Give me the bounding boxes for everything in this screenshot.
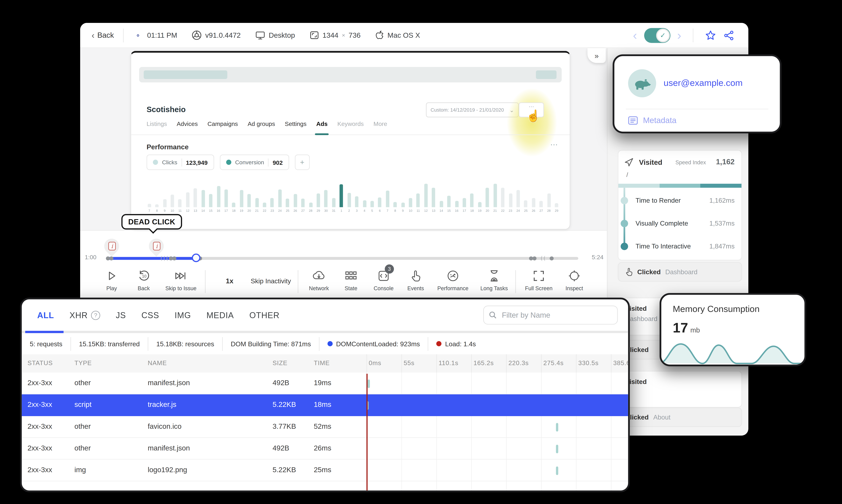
speed-button[interactable]: 1x [211, 277, 248, 285]
search-icon [489, 311, 497, 319]
player-topbar: ‹ Back 01:11 PM v91.0.4472 Desktop 1344 … [80, 23, 748, 48]
inspect-button[interactable]: Inspect [556, 269, 593, 291]
cell-size: 492B [272, 444, 289, 452]
cell-type: other [74, 422, 91, 430]
network-tab-other[interactable]: OTHER [249, 310, 280, 320]
playhead-handle[interactable] [192, 253, 200, 262]
chart-bar [340, 184, 343, 207]
site-tab-campaigns[interactable]: Campaigns [208, 120, 238, 127]
play-button[interactable]: Play [93, 269, 130, 291]
timeline-event-dot[interactable] [109, 256, 113, 260]
chart-x-label: 31 [332, 209, 336, 213]
visited-event-card[interactable]: Visited Speed Index 1,162 / Time to Rend… [618, 150, 742, 260]
table-row[interactable]: 2xx-3xxothermanifest.json492B19ms [22, 373, 628, 394]
share-button[interactable] [723, 30, 735, 41]
timeline-track[interactable] [106, 257, 578, 260]
skip-inactivity-button[interactable]: Skip Inactivity [245, 277, 297, 285]
chart-bar [309, 202, 312, 207]
metric-chip-conversion[interactable]: Conversion902 [220, 155, 289, 170]
chart-bar-slot: 11 [414, 175, 422, 213]
filter-input[interactable] [501, 310, 612, 320]
clicked-event-card[interactable]: ClickedDashboard [618, 262, 742, 282]
chart-x-label: 15 [447, 209, 451, 213]
site-tab-ad-groups[interactable]: Ad groups [248, 120, 275, 127]
long-tasks-button[interactable]: Long Tasks [476, 269, 513, 291]
events-button[interactable]: Events [397, 269, 434, 291]
network-tab-all[interactable]: ALL [37, 310, 54, 320]
dead-click-tooltip: DEAD CLICK [121, 214, 182, 230]
performance-button[interactable]: Performance [435, 269, 471, 291]
chart-x-label: 21 [255, 209, 259, 213]
console-button[interactable]: 3Console [365, 269, 402, 291]
network-tab-css[interactable]: CSS [141, 310, 159, 320]
network-tab-label: IMG [175, 310, 191, 320]
metric-value: 123,949 [186, 159, 208, 166]
column-header-status[interactable]: STATUS [28, 359, 53, 366]
network-button[interactable]: Network [301, 269, 337, 291]
network-tab-img[interactable]: IMG [175, 310, 191, 320]
chart-bar [486, 188, 489, 207]
waterfall-tick [366, 401, 369, 410]
autoplay-toggle[interactable]: ✓ [644, 28, 670, 42]
back-button[interactable]: ‹ Back [92, 30, 114, 40]
user-email[interactable]: user@example.com [664, 78, 742, 88]
network-tab-xhr[interactable]: XHR? [70, 310, 100, 320]
cell-time: 19ms [314, 379, 331, 387]
chart-x-label: 6 [379, 209, 381, 213]
state-button[interactable]: State [333, 269, 369, 291]
network-tab-media[interactable]: MEDIA [207, 310, 234, 320]
site-tab-keywords[interactable]: Keywords [337, 120, 364, 127]
timeline-echo-mark [164, 256, 166, 261]
performance-menu-icon[interactable]: ⋯ [550, 140, 558, 149]
column-header-name[interactable]: NAME [148, 359, 167, 366]
metadata-label: Metadata [643, 116, 676, 125]
table-row[interactable]: 2xx-3xximglogo192.png5.22KB25ms [22, 460, 628, 481]
skip-to-issue-button[interactable]: Skip to Issue [163, 269, 199, 291]
site-tab-listings[interactable]: Listings [146, 120, 167, 127]
full-screen-button[interactable]: Full Screen [521, 269, 557, 291]
site-tab-settings[interactable]: Settings [285, 120, 306, 127]
stat-item: DOMContentLoaded: 923ms [320, 337, 428, 350]
timeline-event-dot[interactable] [533, 256, 537, 260]
chart-x-label: 14 [440, 209, 443, 213]
stat-text: DOM Building Time: 871ms [231, 340, 311, 347]
clicked-event-card[interactable]: ClickedAbout [618, 408, 742, 427]
chart-bar [393, 202, 397, 207]
prev-session-button[interactable]: ‹ [633, 29, 637, 41]
add-metric-button[interactable]: + [295, 155, 309, 170]
network-tab-js[interactable]: JS [116, 310, 126, 320]
chart-bar [209, 194, 212, 207]
speed-metric-row: Visually Complete1,537ms [619, 219, 741, 227]
chart-x-label: 12 [424, 209, 428, 213]
next-session-button[interactable]: › [677, 29, 681, 41]
timeline-event-dot[interactable] [550, 256, 554, 260]
date-range-select[interactable]: Custom: 14/12/2019 - 21/01/2020 ⌄ [426, 103, 519, 117]
metadata-button[interactable]: Metadata [628, 116, 677, 125]
visited-event-card[interactable]: Visited [618, 371, 742, 408]
column-header-size[interactable]: SIZE [272, 359, 287, 366]
site-tab-ads[interactable]: Ads [316, 120, 327, 127]
chart-x-label: 16 [217, 209, 220, 213]
chart-bar-slot: 26 [530, 175, 537, 213]
table-header: STATUSTYPENAMESIZETIME0ms55s110.1s165.2s… [22, 354, 628, 373]
table-row[interactable]: 2xx-3xxotherfavicon.ico3.77KB52ms [22, 416, 628, 438]
column-header-time[interactable]: TIME [314, 359, 330, 366]
chart-x-label: 26 [293, 209, 297, 213]
help-icon[interactable]: ? [91, 310, 100, 320]
site-tab-advices[interactable]: Advices [177, 120, 198, 127]
favorite-star-button[interactable] [705, 30, 716, 41]
timeline-event-dot[interactable] [172, 256, 176, 260]
back-button[interactable]: 10Back [125, 269, 162, 291]
events-label: Events [407, 285, 424, 291]
resolution-width: 1344 [322, 31, 339, 39]
metric-chip-clicks[interactable]: Clicks123,949 [146, 155, 214, 170]
chart-x-label: 30 [324, 209, 328, 213]
column-header-type[interactable]: TYPE [74, 359, 92, 366]
svg-text:10: 10 [142, 274, 146, 278]
table-row[interactable]: 2xx-3xxothermanifest.json492B26ms [22, 438, 628, 460]
chart-bar-slot: 17 [461, 175, 468, 213]
table-row[interactable]: 2xx-3xxscripttracker.js5.22KB18ms [22, 394, 628, 416]
site-tab-more[interactable]: More [374, 120, 387, 127]
timeline-progress [106, 257, 196, 260]
timeline-echo-mark [166, 256, 169, 261]
